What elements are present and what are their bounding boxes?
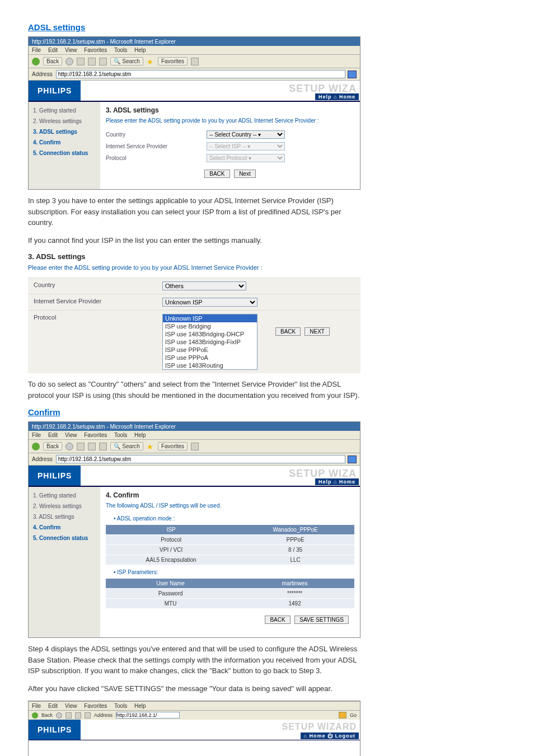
menu-view-3[interactable]: View xyxy=(65,703,77,709)
sidebar-step5[interactable]: 5. Connection status xyxy=(29,148,100,158)
isp-option-4[interactable]: ISP use PPPoE xyxy=(163,346,257,354)
back-button-wiz[interactable]: BACK xyxy=(204,170,229,178)
country-select[interactable]: -- Select Country -- ▾ xyxy=(207,130,285,139)
back-icon[interactable] xyxy=(32,58,40,65)
go-button-2[interactable] xyxy=(348,456,357,463)
isp-option-3[interactable]: ISP use 1483Bridging-FixIP xyxy=(163,338,257,346)
menu-help[interactable]: Help xyxy=(134,47,146,53)
isp-select[interactable]: -- Select ISP -- ▾ xyxy=(207,142,285,151)
sidebar-step4[interactable]: 4. Confirm xyxy=(29,137,100,148)
bullet-isp-params: ISP Parameters: xyxy=(114,569,354,575)
menu-file[interactable]: File xyxy=(32,47,41,53)
refresh-icon[interactable] xyxy=(88,58,96,65)
media-icon[interactable] xyxy=(191,58,199,65)
back-button[interactable]: Back xyxy=(43,57,62,65)
protocol-select[interactable]: Select Protocol ▾ xyxy=(207,154,285,162)
wizard-sidebar: 1. Getting started 2. Wireless settings … xyxy=(29,102,100,189)
menu-edit-2[interactable]: Edit xyxy=(48,432,58,438)
menu-tools-2[interactable]: Tools xyxy=(114,432,127,438)
favorites-star-icon-2[interactable]: ★ xyxy=(147,443,154,450)
paragraph-2: If you cannot find your ISP in the list … xyxy=(28,235,360,246)
back-button-2[interactable]: Back xyxy=(43,442,62,450)
isp-option-1[interactable]: ISP use Bridging xyxy=(163,322,257,330)
go-label-3[interactable]: Go xyxy=(350,712,357,718)
isp-dropdown-open[interactable]: Unknown ISP ISP use Bridging ISP use 148… xyxy=(162,314,257,370)
address-input[interactable] xyxy=(56,70,345,78)
forward-icon[interactable] xyxy=(65,58,73,65)
country-label: Country xyxy=(106,132,207,138)
adsl-settings-heading: ADSL settings xyxy=(28,22,506,32)
adsl-hint: Please enter the ADSL setting provide to… xyxy=(106,118,354,124)
philips-logo-3: PHILIPS xyxy=(29,720,81,740)
menu-help-3[interactable]: Help xyxy=(134,703,146,709)
isp-option-0[interactable]: Unknown ISP xyxy=(163,314,257,322)
go-button[interactable] xyxy=(348,71,357,78)
back-icon-3[interactable] xyxy=(32,712,38,719)
stop-icon-3[interactable] xyxy=(65,712,72,719)
menu-tools-3[interactable]: Tools xyxy=(114,703,127,709)
country-select-2[interactable]: Others xyxy=(162,281,246,290)
search-button[interactable]: 🔍 Search xyxy=(110,57,143,65)
isp-option-6[interactable]: ISP use 1483Routing xyxy=(163,361,257,369)
address-input-2[interactable] xyxy=(56,455,345,463)
favorites-star-icon[interactable]: ★ xyxy=(147,58,154,65)
ie-toolbar-2: Back 🔍 Search ★ Favorites xyxy=(29,440,360,453)
home-icon[interactable] xyxy=(99,58,107,65)
favorites-button-2[interactable]: Favorites xyxy=(158,442,188,450)
isp-select-2[interactable]: Unknown ISP xyxy=(162,298,257,307)
home-icon-2[interactable] xyxy=(99,443,107,450)
back-icon-2[interactable] xyxy=(32,443,40,450)
refresh-icon-3[interactable] xyxy=(75,712,81,719)
sidebar2-step3[interactable]: 3. ADSL settings xyxy=(29,511,100,522)
menu-help-2[interactable]: Help xyxy=(134,432,146,438)
menu-view[interactable]: View xyxy=(65,47,77,53)
next-button-inline[interactable]: NEXT xyxy=(305,327,330,336)
ie-addressbar-2: Address xyxy=(29,453,360,466)
forward-icon-3[interactable] xyxy=(56,712,62,719)
country-label-2: Country xyxy=(34,281,162,288)
favorites-button[interactable]: Favorites xyxy=(158,57,188,65)
menu-favorites-3[interactable]: Favorites xyxy=(84,703,107,709)
go-button-3[interactable] xyxy=(339,712,346,719)
help-home-link-2[interactable]: Help ⌂ Home xyxy=(315,478,359,485)
menu-favorites[interactable]: Favorites xyxy=(84,47,107,53)
menu-view-2[interactable]: View xyxy=(65,432,77,438)
sidebar2-step4[interactable]: 4. Confirm xyxy=(29,522,100,533)
back-label-3[interactable]: Back xyxy=(41,712,53,718)
sidebar2-step1[interactable]: 1. Getting started xyxy=(29,490,100,501)
menu-favorites-2[interactable]: Favorites xyxy=(84,432,107,438)
menu-edit-3[interactable]: Edit xyxy=(48,703,58,709)
isp-option-5[interactable]: ISP use PPPoA xyxy=(163,354,257,361)
philips-header: PHILIPS SETUP WIZA Help ⌂ Home xyxy=(29,81,360,102)
t2-r3c2: 1492 xyxy=(235,599,354,609)
confirm-table-1: ISPWanadoo_PPPoE ProtocolPPPoE VPI / VCI… xyxy=(106,525,354,565)
menu-edit[interactable]: Edit xyxy=(48,47,58,53)
menu-file-2[interactable]: File xyxy=(32,432,41,438)
address-label-2: Address xyxy=(32,456,53,462)
stop-icon[interactable] xyxy=(77,58,85,65)
confirm-save-button[interactable]: SAVE SETTINGS xyxy=(294,616,349,624)
back-button-inline[interactable]: BACK xyxy=(275,327,301,336)
sidebar2-step5[interactable]: 5. Connection status xyxy=(29,533,100,543)
forward-icon-2[interactable] xyxy=(65,443,73,450)
sidebar-step2[interactable]: 2. Wireless settings xyxy=(29,116,100,126)
isp-option-2[interactable]: ISP use 1483Bridging-DHCP xyxy=(163,330,257,338)
search-button-2[interactable]: 🔍 Search xyxy=(110,442,143,450)
t1-r1c1: Protocol xyxy=(106,535,236,545)
sidebar-step3[interactable]: 3. ADSL settings xyxy=(29,126,100,137)
address-input-3[interactable] xyxy=(116,712,180,719)
next-button-wiz[interactable]: Next xyxy=(234,170,256,178)
confirm-back-button[interactable]: BACK xyxy=(265,616,290,624)
home-icon-3[interactable] xyxy=(85,712,91,719)
refresh-icon-2[interactable] xyxy=(88,443,96,450)
menu-tools[interactable]: Tools xyxy=(114,47,127,53)
sidebar-step1[interactable]: 1. Getting started xyxy=(29,105,100,116)
sidebar2-step2[interactable]: 2. Wireless settings xyxy=(29,501,100,511)
ie-addressbar: Address xyxy=(29,68,360,81)
ie-menubar-2: File Edit View Favorites Tools Help xyxy=(29,431,360,440)
help-home-link[interactable]: Help ⌂ Home xyxy=(315,93,359,100)
media-icon-2[interactable] xyxy=(191,443,199,450)
stop-icon-2[interactable] xyxy=(77,443,85,450)
home-logout-link[interactable]: ⌂ Home ⏻ Logout xyxy=(301,732,359,739)
menu-file-3[interactable]: File xyxy=(32,703,41,709)
